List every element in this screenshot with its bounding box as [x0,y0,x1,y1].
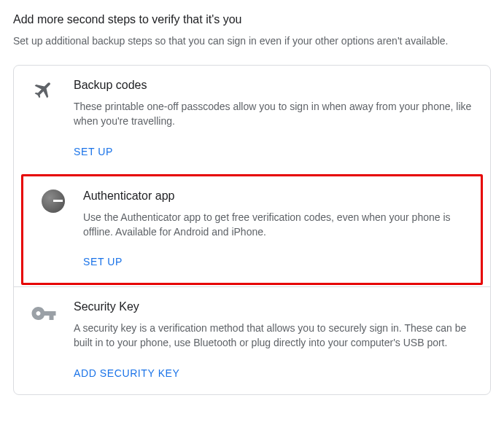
option-title: Backup codes [74,79,474,92]
option-content: Backup codes These printable one-off pas… [74,79,474,158]
option-authenticator-app: Authenticator app Use the Authenticator … [21,174,483,286]
option-content: Authenticator app Use the Authenticator … [83,189,465,269]
option-description: A security key is a verification method … [74,321,474,351]
key-icon [30,300,58,380]
option-backup-codes: Backup codes These printable one-off pas… [14,66,490,173]
option-content: Security Key A security key is a verific… [74,300,474,380]
option-description: These printable one-off passcodes allow … [74,99,474,129]
plane-icon [30,79,58,158]
setup-button-backup-codes[interactable]: SET UP [74,146,113,157]
options-card: Backup codes These printable one-off pas… [13,65,491,395]
option-title: Authenticator app [83,189,465,203]
page-title: Add more second steps to verify that it'… [13,13,491,26]
option-description: Use the Authenticator app to get free ve… [83,210,465,240]
option-title: Security Key [74,300,474,313]
setup-button-authenticator[interactable]: SET UP [83,256,123,267]
authenticator-icon [39,189,67,269]
page-subtitle: Set up additional backup steps so that y… [13,34,491,49]
add-security-key-button[interactable]: ADD SECURITY KEY [74,367,180,379]
option-security-key: Security Key A security key is a verific… [14,286,490,394]
